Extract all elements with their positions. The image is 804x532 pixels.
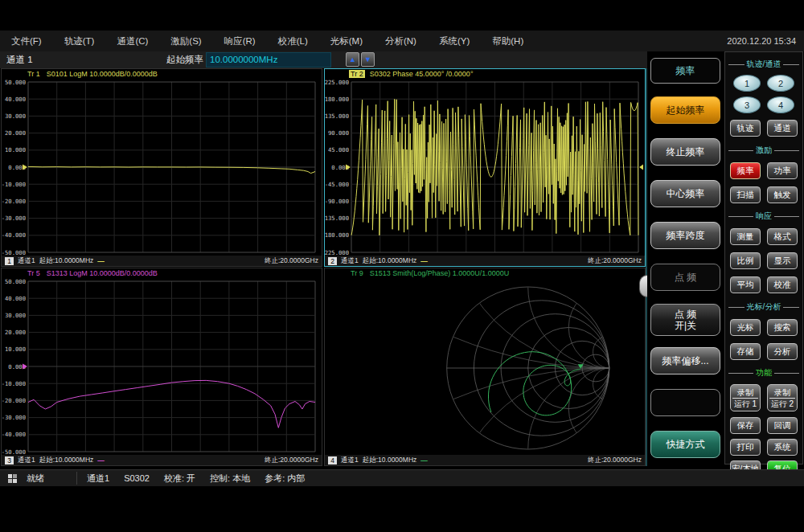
status-bar: 就绪 通道1 S0302 校准: 开 控制: 本地 参考: 内部 [0,469,804,486]
footer-start: 起始:10.0000MHz [363,456,417,465]
status-channel: 通道1 [87,473,109,485]
average-button[interactable]: 平均 [730,276,761,293]
measure-button[interactable]: 测量 [730,228,761,245]
svg-text:-10.000: -10.000 [2,181,26,188]
window-number-badge: 3 [5,456,14,464]
chart-window-2[interactable]: Tr 2S0302 Phase 45.0000° /0.0000° 225.00… [324,68,646,267]
menu-calibration[interactable]: 校准(L) [267,35,319,47]
menu-analysis[interactable]: 分析(N) [374,35,428,47]
channel-3-button[interactable]: 3 [733,96,761,113]
window-number-badge: 1 [5,257,14,265]
chart3-footer: 3 通道1 起始:10.0000MHz — 终止:20.0000GHz [2,455,322,465]
footer-start: 起始:10.0000MHz [39,256,94,266]
softkey-shortcut[interactable]: 快捷方式 [650,431,720,458]
chart2-trace-desc: S0302 Phase 45.0000° /0.0000° [370,70,474,78]
chart2-header: Tr 2S0302 Phase 45.0000° /0.0000° [325,69,645,79]
chart4-trace-desc: S1513 Smith(Log/Phase) 1.0000U/1.0000U [370,269,510,277]
grid-icon[interactable] [8,474,17,483]
svg-text:20.000: 20.000 [5,329,26,336]
menu-system[interactable]: 系统(Y) [428,35,481,47]
status-calibration: 校准: 开 [164,473,195,485]
svg-text:40.000: 40.000 [5,96,26,103]
frequency-button[interactable]: 频率 [730,162,761,179]
footer-stop: 终止:20.0000GHz [265,456,318,465]
svg-text:-20.000: -20.000 [2,198,26,205]
menu-trace[interactable]: 轨迹(T) [53,35,106,47]
format-button[interactable]: 格式 [767,228,798,245]
svg-text:-40.000: -40.000 [2,431,26,438]
chart1-trace-desc: S0101 LogM 10.0000dB/0.0000dB [47,70,158,78]
channel-1-button[interactable]: 1 [733,75,761,92]
svg-text:20.000: 20.000 [5,129,26,137]
softkey-stop-frequency[interactable]: 终止频率 [650,138,720,166]
chart-window-4[interactable]: Tr 9S1513 Smith(Log/Phase) 1.0000U/1.000… [324,268,646,466]
panel-collapse-handle[interactable] [639,275,647,297]
svg-text:135.000: 135.000 [325,113,349,120]
softkey-frequency-offset[interactable]: 频率偏移... [650,347,720,374]
toolbar: 通道 1 起始频率 10.0000000MHz ▲ ▼ [0,51,647,68]
section-stimulus: 激励 [728,145,799,156]
svg-text:-50.000: -50.000 [2,448,26,456]
power-button[interactable]: 功率 [767,162,798,179]
svg-text:-50.000: -50.000 [2,249,26,256]
menu-channel[interactable]: 通道(C) [105,35,159,47]
menu-stimulus[interactable]: 激励(S) [159,35,212,47]
menu-response[interactable]: 响应(R) [213,35,267,47]
decrement-button[interactable]: ▼ [361,52,375,67]
trigger-button[interactable]: 触发 [767,186,798,203]
svg-text:-225.000: -225.000 [325,249,349,256]
scale-button[interactable]: 比例 [730,252,761,269]
footer-start: 起始:10.0000MHz [363,256,417,266]
softkey-cw-frequency[interactable]: 点 频 [650,264,720,291]
softkey-start-frequency[interactable]: 起始频率 [650,96,720,124]
svg-text:-40.000: -40.000 [2,231,26,239]
save-recall-button[interactable]: 存储 [730,343,761,360]
chart2-footer: 2 通道1 起始:10.0000MHz — 终止:20.0000GHz [325,256,645,266]
svg-text:10.000: 10.000 [5,346,26,353]
search-button[interactable]: 搜索 [767,319,798,336]
system-button[interactable]: 系统 [767,439,798,456]
menu-file[interactable]: 文件(F) [0,35,53,47]
svg-text:-90.000: -90.000 [325,198,349,205]
recall-button[interactable]: 回调 [767,417,798,434]
record-label: 录制 [732,387,758,399]
softkey-frequency-span[interactable]: 频率跨度 [650,222,720,249]
svg-text:-45.000: -45.000 [325,181,349,188]
svg-text:-135.000: -135.000 [325,215,349,222]
save-button[interactable]: 保存 [730,417,761,434]
sweep-button[interactable]: 扫描 [730,186,761,203]
status-divider [76,472,77,485]
status-reference: 参考: 内部 [265,473,305,485]
analysis-button[interactable]: 分析 [767,343,798,360]
svg-text:45.000: 45.000 [328,146,349,153]
channel-4-button[interactable]: 4 [767,96,794,113]
svg-text:90.000: 90.000 [328,129,349,137]
chart4-plot-svg [325,278,645,455]
chart-window-3[interactable]: Tr 5S1313 LogM 10.0000dB/0.0000dB 50.000… [1,268,322,466]
chart1-trace-label: Tr 1 [26,70,42,78]
menu-items: 文件(F) 轨迹(T) 通道(C) 激励(S) 响应(R) 校准(L) 光标(M… [0,35,535,47]
record-run-1-button[interactable]: 录制运行 1 [730,384,761,411]
footer-channel: 通道1 [18,456,35,465]
channel-button[interactable]: 通道 [767,120,798,137]
start-frequency-input[interactable]: 10.0000000MHz [206,52,331,68]
chart2-trace-label: Tr 2 [349,70,365,78]
down-arrow-icon: ▼ [364,55,371,63]
increment-button[interactable]: ▲ [346,52,359,67]
marker-button[interactable]: 光标 [730,319,761,336]
menu-help[interactable]: 帮助(H) [481,35,535,47]
chart-window-1[interactable]: Tr 1S0101 LogM 10.0000dB/0.0000dB 50.000… [1,68,322,267]
softkey-cw-on-off[interactable]: 点 频 开|关 [650,304,720,336]
start-frequency-label: 起始频率 [166,54,203,66]
trace-button[interactable]: 轨迹 [730,120,761,137]
record-run-2-button[interactable]: 录制运行 2 [767,384,798,411]
menu-marker[interactable]: 光标(M) [319,35,374,47]
print-button[interactable]: 打印 [730,439,761,456]
calibration-button[interactable]: 校准 [767,276,798,293]
trace-color-dash: — [420,257,428,265]
display-button[interactable]: 显示 [767,252,798,269]
trace-color-dash: — [420,456,428,464]
softkey-center-frequency[interactable]: 中心频率 [650,180,720,207]
chart1-plot-svg: 50.00040.00030.00020.00010.0000.000-10.0… [2,79,322,256]
channel-2-button[interactable]: 2 [767,75,794,92]
